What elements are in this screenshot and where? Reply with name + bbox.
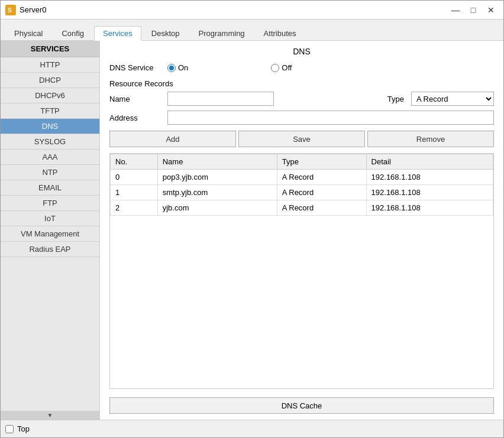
tab-config[interactable]: Config bbox=[53, 26, 93, 40]
sidebar-item-http[interactable]: HTTP bbox=[1, 57, 99, 73]
records-table: No. Name Type Detail 0pop3.yjb.comA Reco… bbox=[110, 154, 493, 216]
dns-cache-button[interactable]: DNS Cache bbox=[109, 397, 494, 414]
cell-detail: 192.168.1.108 bbox=[366, 200, 493, 216]
address-row: Address bbox=[109, 111, 494, 125]
cell-name: yjb.com bbox=[157, 200, 277, 216]
radio-on-option[interactable]: On bbox=[167, 63, 188, 72]
table-row[interactable]: 1smtp.yjb.comA Record192.168.1.108 bbox=[111, 185, 493, 200]
table-row[interactable]: 2yjb.comA Record192.168.1.108 bbox=[111, 200, 493, 216]
action-buttons-row: Add Save Remove bbox=[109, 131, 494, 147]
main-panel: DNS DNS Service On Off Resource Records bbox=[100, 41, 503, 420]
tab-programming[interactable]: Programming bbox=[190, 26, 254, 40]
sidebar: SERVICES HTTP DHCP DHCPv6 TFTP DNS SYSLO… bbox=[1, 41, 100, 420]
radio-off-input[interactable] bbox=[271, 64, 279, 72]
sidebar-item-dhcpv6[interactable]: DHCPv6 bbox=[1, 88, 99, 103]
cell-no: 0 bbox=[111, 170, 158, 185]
tab-desktop[interactable]: Desktop bbox=[143, 26, 189, 40]
col-header-no: No. bbox=[111, 154, 158, 170]
save-button[interactable]: Save bbox=[238, 131, 365, 147]
sidebar-item-tftp[interactable]: TFTP bbox=[1, 103, 99, 119]
main-window: S Server0 — □ ✕ Physical Config Services… bbox=[0, 0, 504, 438]
sidebar-item-dns[interactable]: DNS bbox=[1, 119, 99, 134]
tab-attributes[interactable]: Attributes bbox=[255, 26, 305, 40]
svg-text:S: S bbox=[8, 7, 12, 14]
name-label: Name bbox=[109, 95, 163, 103]
close-button[interactable]: ✕ bbox=[483, 4, 499, 17]
dns-service-label: DNS Service bbox=[109, 63, 163, 72]
cell-type: A Record bbox=[277, 185, 366, 200]
table-row[interactable]: 0pop3.yjb.comA Record192.168.1.108 bbox=[111, 170, 493, 185]
table-header-row: No. Name Type Detail bbox=[111, 154, 493, 170]
remove-button[interactable]: Remove bbox=[367, 131, 494, 147]
radio-off-option[interactable]: Off bbox=[271, 63, 292, 72]
maximize-button[interactable]: □ bbox=[466, 4, 481, 17]
cell-no: 1 bbox=[111, 185, 158, 200]
cell-type: A Record bbox=[277, 200, 366, 216]
sidebar-item-dhcp[interactable]: DHCP bbox=[1, 73, 99, 88]
type-select[interactable]: A Record AAAA Record CNAME MX Record NS … bbox=[411, 92, 494, 106]
address-label: Address bbox=[109, 113, 163, 122]
cell-detail: 192.168.1.108 bbox=[366, 170, 493, 185]
sidebar-item-email[interactable]: EMAIL bbox=[1, 180, 99, 196]
radio-off-label: Off bbox=[282, 63, 292, 72]
cell-name: pop3.yjb.com bbox=[157, 170, 277, 185]
name-input[interactable] bbox=[167, 92, 274, 106]
content-area: SERVICES HTTP DHCP DHCPv6 TFTP DNS SYSLO… bbox=[1, 41, 503, 420]
top-label: Top bbox=[17, 424, 30, 433]
name-type-row: Name Type A Record AAAA Record CNAME MX … bbox=[109, 92, 494, 106]
sidebar-scroll-down[interactable]: ▼ bbox=[1, 411, 99, 420]
records-table-container: No. Name Type Detail 0pop3.yjb.comA Reco… bbox=[109, 153, 494, 389]
sidebar-item-ntp[interactable]: NTP bbox=[1, 165, 99, 180]
app-icon: S bbox=[5, 5, 16, 15]
cell-detail: 192.168.1.108 bbox=[366, 185, 493, 200]
cell-name: smtp.yjb.com bbox=[157, 185, 277, 200]
add-button[interactable]: Add bbox=[109, 131, 236, 147]
tab-physical[interactable]: Physical bbox=[5, 26, 51, 40]
sidebar-scroll: HTTP DHCP DHCPv6 TFTP DNS SYSLOG AAA NTP… bbox=[1, 57, 99, 411]
window-title: Server0 bbox=[20, 5, 47, 14]
radio-on-input[interactable] bbox=[167, 64, 176, 72]
cell-no: 2 bbox=[111, 200, 158, 216]
col-header-name: Name bbox=[157, 154, 277, 170]
dns-service-radio-group: On Off bbox=[167, 63, 292, 72]
window-controls: — □ ✕ bbox=[448, 4, 499, 17]
tab-services[interactable]: Services bbox=[94, 26, 141, 41]
bottom-bar: Top bbox=[1, 420, 503, 437]
sidebar-item-iot[interactable]: IoT bbox=[1, 211, 99, 226]
minimize-button[interactable]: — bbox=[448, 4, 463, 17]
sidebar-item-radius-eap[interactable]: Radius EAP bbox=[1, 242, 99, 257]
cell-type: A Record bbox=[277, 170, 366, 185]
sidebar-item-syslog[interactable]: SYSLOG bbox=[1, 134, 99, 150]
records-tbody: 0pop3.yjb.comA Record192.168.1.1081smtp.… bbox=[111, 170, 493, 216]
tab-bar: Physical Config Services Desktop Program… bbox=[1, 20, 503, 41]
type-label: Type bbox=[387, 95, 404, 103]
address-input[interactable] bbox=[167, 111, 494, 125]
sidebar-item-vm-management[interactable]: VM Management bbox=[1, 226, 99, 242]
sidebar-header: SERVICES bbox=[1, 41, 99, 57]
dns-service-row: DNS Service On Off bbox=[109, 63, 494, 72]
col-header-type: Type bbox=[277, 154, 366, 170]
panel-title: DNS bbox=[109, 47, 494, 56]
top-checkbox[interactable] bbox=[5, 425, 14, 433]
title-bar-left: S Server0 bbox=[5, 5, 47, 15]
sidebar-item-aaa[interactable]: AAA bbox=[1, 150, 99, 165]
sidebar-item-ftp[interactable]: FTP bbox=[1, 196, 99, 211]
col-header-detail: Detail bbox=[366, 154, 493, 170]
resource-records-label: Resource Records bbox=[109, 79, 494, 88]
radio-on-label: On bbox=[178, 63, 188, 72]
title-bar: S Server0 — □ ✕ bbox=[1, 1, 503, 20]
